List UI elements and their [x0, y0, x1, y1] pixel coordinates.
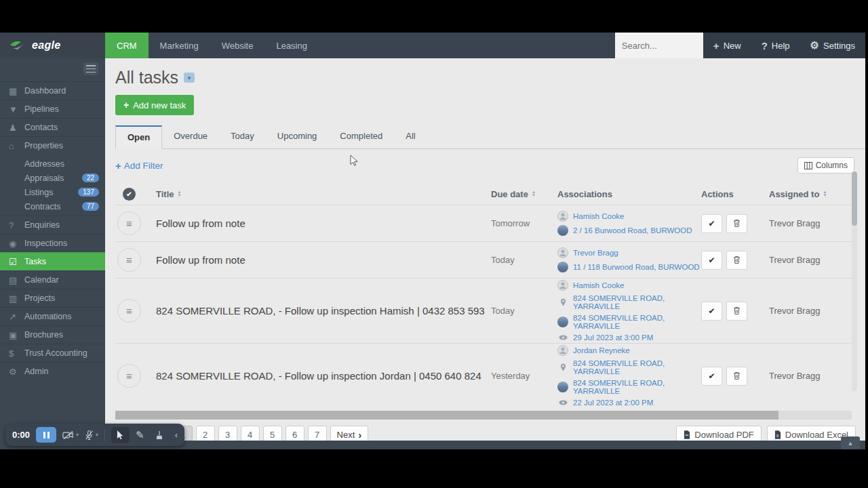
- association-link[interactable]: 824 SOMERVILLE ROAD, YARRAVILLE: [557, 314, 701, 330]
- pagination-page-6[interactable]: 6: [285, 426, 304, 441]
- sidebar-item-label: Projects: [24, 293, 55, 303]
- association-link[interactable]: 824 SOMERVILLE ROAD, YARRAVILLE: [557, 379, 701, 395]
- pagination-page-5[interactable]: 5: [263, 426, 282, 441]
- pagination-next-button[interactable]: Next›: [330, 426, 369, 441]
- association-link[interactable]: Hamish Cooke: [557, 211, 701, 222]
- association-label[interactable]: Hamish Cooke: [573, 281, 624, 289]
- sidebar-item-brochures[interactable]: ▣Brochures: [0, 325, 105, 344]
- nav-action-settings[interactable]: ⚙Settings: [800, 33, 865, 58]
- nav-action-help[interactable]: ?Help: [751, 33, 800, 58]
- association-link[interactable]: 824 SOMERVILLE ROAD, YARRAVILLE: [557, 294, 701, 310]
- association-label[interactable]: Trevor Bragg: [573, 249, 618, 257]
- association-label[interactable]: Hamish Cooke: [573, 212, 624, 220]
- sidebar-item-contracts[interactable]: Contracts77: [0, 199, 105, 214]
- sidebar-item-admin[interactable]: ⚙Admin: [0, 362, 105, 380]
- sidebar-item-contacts[interactable]: ♟Contacts: [0, 118, 105, 136]
- sidebar-item-tasks[interactable]: ☑Tasks: [0, 252, 105, 270]
- horizontal-scrollbar-thumb[interactable]: [115, 411, 778, 420]
- delete-task-button[interactable]: [726, 302, 747, 321]
- sidebar-item-listings[interactable]: Listings137: [0, 185, 105, 199]
- association-label[interactable]: 11 / 118 Burwood Road, BURWOOD: [573, 263, 700, 271]
- mic-off-toggle[interactable]: ▾: [85, 430, 98, 441]
- chevron-down-icon[interactable]: ▾: [76, 432, 79, 438]
- vertical-scrollbar-thumb[interactable]: [852, 171, 857, 226]
- tab-today[interactable]: Today: [219, 125, 266, 148]
- nav-tab-leasing[interactable]: Leasing: [264, 33, 319, 58]
- association-link[interactable]: Trevor Bragg: [557, 247, 701, 258]
- task-list-icon[interactable]: ≡: [117, 211, 141, 235]
- pause-button[interactable]: [36, 427, 56, 443]
- association-link[interactable]: 824 SOMERVILLE ROAD, YARRAVILLE: [557, 359, 701, 375]
- search-input[interactable]: [615, 33, 703, 58]
- association-label[interactable]: 29 Jul 2023 at 3:00 PM: [573, 333, 653, 342]
- association-label[interactable]: 22 Jul 2023 at 2:00 PM: [573, 399, 653, 407]
- association-label[interactable]: 824 SOMERVILLE ROAD, YARRAVILLE: [573, 314, 701, 330]
- sidebar-item-properties[interactable]: ⌂Properties: [0, 136, 105, 155]
- association-link[interactable]: 2 / 16 Burwood Road, BURWOOD: [557, 225, 701, 236]
- tab-open[interactable]: Open: [115, 125, 162, 149]
- pagination-page-4[interactable]: 4: [241, 426, 260, 441]
- complete-task-button[interactable]: ✔: [701, 251, 722, 270]
- nav-tab-crm[interactable]: CRM: [105, 33, 149, 58]
- task-list-icon[interactable]: ≡: [117, 248, 141, 272]
- association-link[interactable]: Jordan Reyneke: [557, 345, 701, 356]
- association-link[interactable]: 22 Jul 2023 at 2:00 PM: [557, 399, 701, 407]
- nav-tab-website[interactable]: Website: [210, 33, 265, 58]
- column-header-due-date[interactable]: Due date▲▼: [491, 189, 557, 199]
- sidebar-item-addresses[interactable]: Addresses: [0, 157, 105, 171]
- pagination-page-7[interactable]: 7: [308, 426, 327, 441]
- sidebar-item-appraisals[interactable]: Appraisals22: [0, 171, 105, 185]
- column-header-title[interactable]: Title▲▼: [156, 189, 491, 199]
- brand-logo[interactable]: eagle: [0, 33, 105, 58]
- task-list-icon[interactable]: ≡: [117, 299, 141, 323]
- add-filter-link[interactable]: + Add Filter: [115, 160, 163, 171]
- complete-task-button[interactable]: ✔: [701, 214, 722, 233]
- sidebar-item-projects[interactable]: ▥Projects: [0, 289, 105, 307]
- association-label[interactable]: Jordan Reyneke: [573, 346, 630, 354]
- pagination-page-2[interactable]: 2: [196, 426, 215, 441]
- association-label[interactable]: 2 / 16 Burwood Road, BURWOOD: [573, 226, 692, 235]
- add-new-task-button[interactable]: + Add new task: [115, 95, 194, 115]
- select-all-checkbox[interactable]: ✔: [123, 188, 136, 201]
- sidebar-collapse-button[interactable]: [83, 62, 98, 75]
- pencil-tool-button[interactable]: ✎: [136, 429, 144, 441]
- tab-upcoming[interactable]: Upcoming: [266, 125, 329, 148]
- camera-off-toggle[interactable]: ▾: [62, 430, 79, 440]
- delete-task-button[interactable]: [726, 251, 747, 270]
- nav-tab-marketing[interactable]: Marketing: [149, 33, 210, 58]
- sidebar-item-trust-accounting[interactable]: $Trust Accounting: [0, 344, 105, 362]
- pointer-tool-button[interactable]: [111, 427, 130, 443]
- delete-task-button[interactable]: [726, 214, 747, 233]
- vertical-scrollbar[interactable]: [852, 171, 857, 391]
- sidebar-item-automations[interactable]: ↗Automations: [0, 307, 105, 325]
- sidebar-item-calendar[interactable]: ▤Calendar: [0, 270, 105, 289]
- horizontal-scrollbar[interactable]: [115, 411, 852, 420]
- sidebar-item-pipelines[interactable]: ▼Pipelines: [0, 100, 105, 118]
- download-pdf-button[interactable]: Download PDF: [676, 426, 761, 441]
- collapse-toolbar-button[interactable]: ‹: [175, 430, 178, 440]
- pagination-page-3[interactable]: 3: [218, 426, 237, 441]
- columns-button[interactable]: Columns: [797, 157, 854, 174]
- association-link[interactable]: Hamish Cooke: [557, 280, 701, 291]
- tab-all[interactable]: All: [394, 125, 427, 148]
- association-link[interactable]: 29 Jul 2023 at 3:00 PM: [557, 333, 701, 342]
- task-list-icon[interactable]: ≡: [117, 364, 141, 388]
- delete-task-button[interactable]: [726, 367, 747, 386]
- association-link[interactable]: 11 / 118 Burwood Road, BURWOOD: [557, 262, 701, 272]
- complete-task-button[interactable]: ✔: [701, 367, 722, 386]
- tab-overdue[interactable]: Overdue: [162, 125, 219, 148]
- association-label[interactable]: 824 SOMERVILLE ROAD, YARRAVILLE: [573, 359, 701, 375]
- scroll-to-top-button[interactable]: ▲: [841, 436, 860, 449]
- complete-task-button[interactable]: ✔: [701, 302, 722, 321]
- sidebar-item-inspections[interactable]: ◉Inspections: [0, 234, 105, 252]
- tab-completed[interactable]: Completed: [328, 125, 394, 148]
- sidebar-item-dashboard[interactable]: ▦Dashboard: [0, 81, 105, 100]
- title-dropdown-chevron-icon[interactable]: ▾: [184, 73, 195, 83]
- eraser-tool-button[interactable]: [151, 427, 169, 443]
- chevron-down-icon[interactable]: ▾: [96, 432, 98, 438]
- sidebar-item-enquiries[interactable]: ?Enquiries: [0, 216, 105, 234]
- column-header-assigned-to[interactable]: Assigned to▲▼: [769, 189, 852, 199]
- nav-action-new[interactable]: +New: [703, 33, 751, 58]
- association-label[interactable]: 824 SOMERVILLE ROAD, YARRAVILLE: [573, 379, 701, 395]
- association-label[interactable]: 824 SOMERVILLE ROAD, YARRAVILLE: [573, 294, 701, 310]
